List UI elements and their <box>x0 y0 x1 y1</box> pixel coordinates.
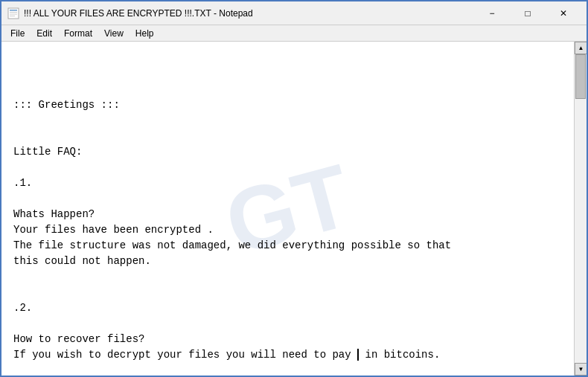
menu-bar: File Edit Format View Help <box>1 25 587 42</box>
menu-edit[interactable]: Edit <box>31 27 58 40</box>
scroll-thumb[interactable] <box>575 54 586 99</box>
notepad-window: !!! ALL YOUR FILES ARE ENCRYPTED !!!.TXT… <box>0 0 588 377</box>
window-title: !!! ALL YOUR FILES ARE ENCRYPTED !!!.TXT… <box>24 8 475 19</box>
document-text: ::: Greetings ::: Little FAQ: .1. Whats … <box>13 97 562 363</box>
menu-view[interactable]: View <box>98 27 130 40</box>
svg-rect-4 <box>10 16 15 16</box>
vertical-scrollbar: ▲ ▼ <box>574 42 587 376</box>
menu-help[interactable]: Help <box>130 27 160 40</box>
text-editor[interactable]: GT ::: Greetings ::: Little FAQ: .1. Wha… <box>1 42 574 376</box>
minimize-button[interactable]: − <box>475 3 509 24</box>
svg-rect-1 <box>10 10 17 11</box>
title-bar: !!! ALL YOUR FILES ARE ENCRYPTED !!!.TXT… <box>1 1 587 25</box>
scroll-track[interactable] <box>575 54 587 363</box>
scroll-up-button[interactable]: ▲ <box>575 42 587 54</box>
content-area: GT ::: Greetings ::: Little FAQ: .1. Wha… <box>1 42 587 376</box>
scroll-down-button[interactable]: ▼ <box>575 363 587 376</box>
window-controls: − □ ✕ <box>475 3 581 24</box>
menu-format[interactable]: Format <box>58 27 98 40</box>
close-button[interactable]: ✕ <box>546 3 581 24</box>
svg-rect-3 <box>10 13 17 14</box>
svg-rect-2 <box>10 12 17 13</box>
app-icon <box>7 7 19 19</box>
text-cursor <box>351 349 359 361</box>
maximize-button[interactable]: □ <box>511 3 545 24</box>
menu-file[interactable]: File <box>4 27 31 40</box>
